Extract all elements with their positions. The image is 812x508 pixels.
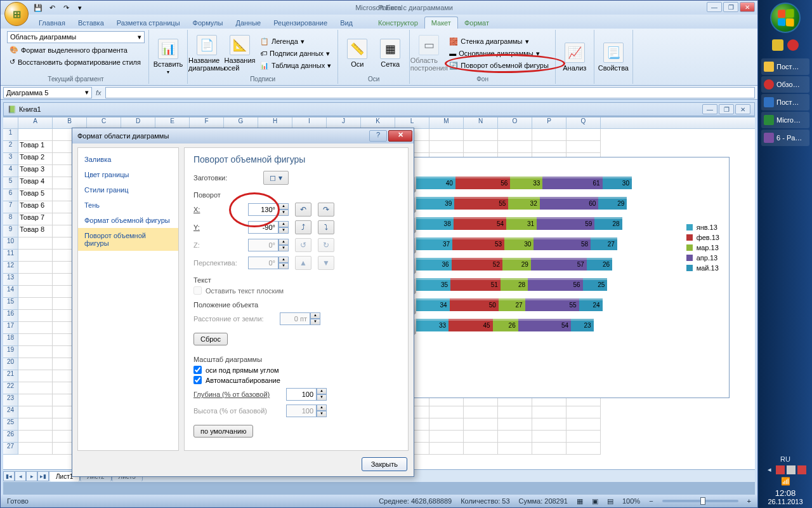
cell[interactable]	[18, 406, 53, 418]
cell[interactable]	[429, 129, 464, 141]
cell[interactable]	[18, 370, 53, 382]
row-header[interactable]: 22	[3, 382, 18, 394]
formula-input[interactable]	[105, 87, 755, 98]
cell[interactable]	[18, 298, 53, 310]
cell[interactable]	[532, 406, 566, 418]
column-header[interactable]: H	[258, 117, 292, 128]
tab-formulas[interactable]: Формулы	[187, 17, 230, 29]
properties-button[interactable]: 📃Свойства	[598, 41, 629, 73]
wb-maximize-button[interactable]: ❐	[719, 104, 734, 114]
cell[interactable]	[18, 358, 53, 370]
tray-volume-icon[interactable]	[797, 465, 806, 474]
dialog-close-button[interactable]: ✕	[388, 130, 412, 142]
cell[interactable]	[18, 382, 53, 394]
taskbar-item[interactable]: Пост…	[761, 58, 809, 75]
nav-shadow[interactable]: Тень	[78, 197, 178, 213]
wb-minimize-button[interactable]: —	[702, 104, 717, 114]
cell[interactable]: Товар 6	[18, 201, 53, 213]
legend-button[interactable]: 📋 Легенда ▾	[258, 36, 334, 47]
chart-wall-button[interactable]: 🧱 Стенка диаграммы ▾	[447, 36, 551, 47]
cell[interactable]: Товар 2	[18, 153, 53, 165]
redo-icon[interactable]: ↷	[60, 2, 72, 13]
tab-insert[interactable]: Вставка	[72, 17, 110, 29]
presets-dropdown[interactable]: ◻ ▾	[263, 171, 289, 185]
row-header[interactable]: 15	[3, 298, 18, 310]
tab-review[interactable]: Рецензирование	[267, 17, 334, 29]
chart-object[interactable]: 4056336130395532602938543159283753305827…	[396, 157, 730, 398]
wb-close-button[interactable]: ✕	[735, 104, 750, 114]
cell[interactable]	[18, 394, 53, 406]
sheet-nav-first[interactable]: ▮◂	[3, 471, 15, 481]
date[interactable]: 26.11.2013	[759, 498, 812, 505]
y-rotate-up-button[interactable]: ⤴	[295, 220, 311, 234]
y-rotation-spinner[interactable]: ▲▼	[248, 221, 289, 234]
y-rotate-down-button[interactable]: ⤵	[318, 220, 334, 234]
dialog-titlebar[interactable]: Формат области диаграммы ? ✕	[72, 128, 414, 144]
x-rotate-left-button[interactable]: ↶	[295, 203, 311, 217]
taskbar-item[interactable]: Micro…	[761, 112, 809, 128]
default-button[interactable]: по умолчанию	[193, 425, 253, 438]
column-header[interactable]: Q	[566, 117, 601, 128]
cell[interactable]	[566, 129, 601, 141]
reset-button[interactable]: Сброс	[193, 333, 228, 345]
cell[interactable]: Товар 1	[18, 141, 53, 153]
row-header[interactable]: 23	[3, 394, 18, 406]
cell[interactable]	[18, 418, 53, 431]
row-header[interactable]: 14	[3, 286, 18, 298]
column-header[interactable]: J	[327, 117, 361, 128]
column-header[interactable]: M	[429, 117, 464, 128]
data-table-button[interactable]: 📊 Таблица данных ▾	[258, 60, 334, 71]
column-header[interactable]: G	[224, 117, 258, 128]
cell[interactable]	[18, 286, 53, 298]
row-header[interactable]: 25	[3, 418, 18, 431]
sheet-nav-prev[interactable]: ◂	[15, 471, 26, 481]
column-header[interactable]: B	[53, 117, 87, 128]
nav-fill[interactable]: Заливка	[78, 152, 178, 167]
cell[interactable]	[429, 141, 464, 153]
undo-icon[interactable]: ↶	[46, 2, 58, 13]
row-header[interactable]: 21	[3, 370, 18, 382]
column-header[interactable]: L	[395, 117, 429, 128]
cell[interactable]	[464, 129, 498, 141]
dialog-help-button[interactable]: ?	[369, 130, 387, 142]
tab-page-layout[interactable]: Разметка страницы	[110, 17, 187, 29]
quicklaunch-icon[interactable]	[787, 39, 799, 51]
cell[interactable]	[429, 418, 464, 431]
row-header[interactable]: 6	[3, 189, 18, 201]
cell[interactable]	[498, 406, 532, 418]
row-header[interactable]: 7	[3, 201, 18, 213]
cell[interactable]	[566, 418, 601, 431]
cell[interactable]	[18, 237, 53, 250]
row-header[interactable]: 11	[3, 250, 18, 262]
start-button[interactable]	[770, 3, 801, 33]
column-header[interactable]: N	[464, 117, 498, 128]
cell[interactable]	[18, 250, 53, 262]
minimize-button[interactable]: —	[707, 2, 722, 12]
cell[interactable]	[464, 443, 498, 455]
cell[interactable]	[498, 418, 532, 431]
column-header[interactable]: I	[292, 117, 327, 128]
tab-view[interactable]: Вид	[334, 17, 359, 29]
close-dialog-button[interactable]: Закрыть	[362, 457, 407, 471]
chart-floor-button[interactable]: ▬ Основание диаграммы ▾	[447, 48, 551, 59]
data-labels-button[interactable]: 🏷 Подписи данных ▾	[258, 48, 334, 59]
analysis-button[interactable]: 📈Анализ	[560, 41, 590, 73]
cell[interactable]	[18, 431, 53, 443]
cell[interactable]	[429, 443, 464, 455]
tray-wifi-icon[interactable]: 📶	[781, 477, 790, 486]
taskbar-item[interactable]: 6 - Pa…	[761, 130, 809, 146]
cell[interactable]	[566, 431, 601, 443]
zoom-in-button[interactable]: +	[747, 497, 751, 505]
maximize-button[interactable]: ❐	[723, 2, 738, 12]
nav-3d-rotation[interactable]: Поворот объемной фигуры	[78, 228, 178, 251]
chart-element-combo[interactable]: Область диаграммы▾	[7, 31, 145, 43]
sheet-nav-next[interactable]: ▸	[26, 471, 37, 481]
save-icon[interactable]: 💾	[32, 2, 44, 13]
reset-style-button[interactable]: ↺ Восстановить форматирование стиля	[7, 57, 145, 67]
row-header[interactable]: 18	[3, 334, 18, 346]
row-header[interactable]: 17	[3, 322, 18, 334]
cell[interactable]	[498, 141, 532, 153]
tab-home[interactable]: Главная	[32, 17, 72, 29]
column-header[interactable]: D	[121, 117, 155, 128]
tray-network-icon[interactable]	[787, 465, 796, 474]
